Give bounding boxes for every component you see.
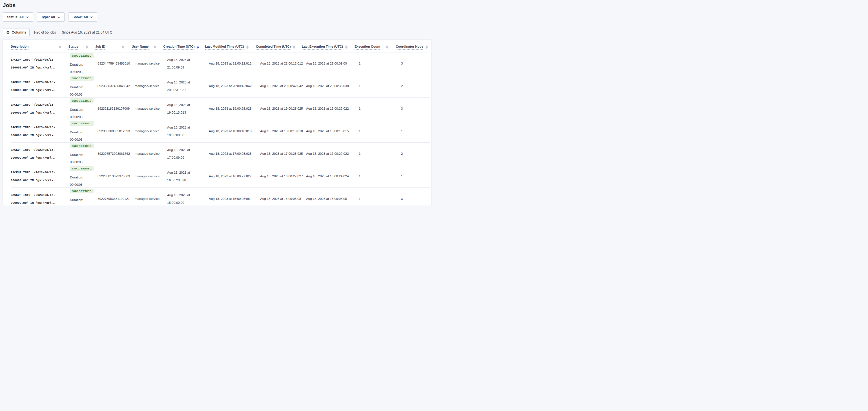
user-name: managed-service bbox=[135, 195, 167, 203]
table-row[interactable]: BACKUP INTO '/2023/08/18-000000.00' IN '… bbox=[11, 143, 430, 165]
column-header-status[interactable]: Status bbox=[68, 45, 96, 50]
user-name: managed-service bbox=[135, 127, 167, 135]
show-filter-dropdown[interactable]: Show: All bbox=[68, 12, 97, 22]
column-header-description[interactable]: Description bbox=[11, 45, 68, 50]
job-id: 892309368985812993 bbox=[97, 127, 135, 135]
column-header-execution-count[interactable]: Execution Count bbox=[354, 45, 396, 50]
job-description[interactable]: BACKUP INTO '/2023/08/18-000000.00' IN '… bbox=[11, 103, 55, 114]
execution-count: 1 bbox=[359, 195, 401, 203]
job-description[interactable]: BACKUP INTO '/2023/08/18-000000.00' IN '… bbox=[11, 171, 55, 182]
table-row[interactable]: BACKUP INTO '/2023/08/18-000000.00' IN '… bbox=[11, 53, 430, 75]
completed-time: Aug 18, 2023 at 18:00:18:018 bbox=[260, 127, 306, 135]
duration-label: Duration: bbox=[70, 151, 90, 158]
sort-icon[interactable] bbox=[244, 46, 249, 49]
column-header-coordinator-node[interactable]: Coordinator Node bbox=[396, 45, 430, 50]
coordinator-node: 3 bbox=[401, 60, 430, 67]
execution-count: 1 bbox=[359, 173, 401, 180]
sort-icon[interactable] bbox=[423, 46, 428, 49]
table-row[interactable]: BACKUP INTO '/2023/08/18-000000.00' IN '… bbox=[11, 120, 430, 143]
column-header-last-execution-time[interactable]: Last Execution Time (UTC) bbox=[302, 45, 354, 50]
sort-icon[interactable] bbox=[152, 46, 156, 49]
last-modified-time: Aug 18, 2023 at 17:00:25:025 bbox=[209, 150, 260, 157]
last-modified-time: Aug 18, 2023 at 18:00:18:018 bbox=[209, 127, 260, 135]
status-badge: SUCCEEDED bbox=[70, 121, 94, 126]
execution-count: 1 bbox=[359, 82, 401, 90]
last-modified-time: Aug 18, 2023 at 19:00:25:025 bbox=[209, 105, 260, 113]
last-execution-time: Aug 18, 2023 at 21:00:09:09 bbox=[306, 60, 359, 67]
column-header-last-modified-time[interactable]: Last Modified Time (UTC) bbox=[205, 45, 256, 50]
last-modified-time: Aug 18, 2023 at 20:00:42:042 bbox=[209, 82, 260, 90]
gear-icon: ⚙ bbox=[6, 30, 10, 34]
status-badge: SUCCEEDED bbox=[70, 98, 94, 103]
table-body: BACKUP INTO '/2023/08/18-000000.00' IN '… bbox=[11, 53, 430, 206]
table-row[interactable]: BACKUP INTO '/2023/08/18-000000.00' IN '… bbox=[11, 165, 430, 188]
user-name: managed-service bbox=[135, 105, 167, 113]
execution-count: 1 bbox=[359, 60, 401, 67]
completed-time: Aug 18, 2023 at 21:00:12:012 bbox=[260, 60, 306, 67]
completed-time: Aug 18, 2023 at 15:00:08:08 bbox=[260, 195, 306, 203]
sort-icon[interactable] bbox=[343, 46, 347, 49]
last-modified-time: Aug 18, 2023 at 15:00:08:08 bbox=[209, 195, 260, 203]
type-filter-label: Type: All bbox=[41, 15, 55, 19]
columns-button[interactable]: ⚙ Columns bbox=[3, 28, 30, 36]
job-description[interactable]: BACKUP INTO '/2023/08/18-000000.00' IN '… bbox=[11, 58, 55, 69]
job-id: 892273953631109121 bbox=[97, 195, 135, 203]
creation-time: Aug 18, 2023 at 18:00:08:08 bbox=[167, 124, 209, 139]
columns-button-label: Columns bbox=[12, 30, 26, 34]
completed-time: Aug 18, 2023 at 17:00:25:025 bbox=[260, 150, 306, 157]
job-description[interactable]: BACKUP INTO '/2023/08/18-000000.00' IN '… bbox=[11, 126, 55, 137]
jobs-table: Description Status Job ID User Name Crea… bbox=[3, 40, 431, 206]
chevron-down-icon bbox=[90, 16, 93, 18]
sort-icon[interactable] bbox=[194, 46, 199, 49]
sort-icon[interactable] bbox=[291, 46, 296, 49]
last-execution-time: Aug 18, 2023 at 20:00:38:038 bbox=[306, 82, 359, 90]
user-name: managed-service bbox=[135, 173, 167, 180]
status-badge: SUCCEEDED bbox=[70, 188, 94, 194]
job-description[interactable]: BACKUP INTO '/2023/08/18-000000.00' IN '… bbox=[11, 81, 55, 92]
status-filter-dropdown[interactable]: Status: All bbox=[3, 12, 33, 22]
job-id: 892285813023375363 bbox=[97, 173, 135, 180]
type-filter-dropdown[interactable]: Type: All bbox=[37, 12, 65, 22]
job-description[interactable]: BACKUP INTO '/2023/08/18-000000.00' IN '… bbox=[11, 194, 55, 205]
creation-time: Aug 18, 2023 at 16:00:20:020 bbox=[167, 169, 209, 184]
filter-bar: Status: All Type: All Show: All bbox=[3, 12, 431, 22]
table-row[interactable]: BACKUP INTO '/2023/08/18-000000.00' IN '… bbox=[11, 188, 430, 206]
creation-time: Aug 18, 2023 at 19:00:13:013 bbox=[167, 101, 209, 116]
sort-icon[interactable] bbox=[84, 46, 88, 49]
last-modified-time: Aug 18, 2023 at 21:00:12:012 bbox=[209, 60, 260, 67]
completed-time: Aug 18, 2023 at 20:00:42:042 bbox=[260, 82, 306, 90]
chevron-down-icon bbox=[58, 16, 60, 18]
column-header-job-id[interactable]: Job ID bbox=[95, 45, 132, 50]
sort-icon[interactable] bbox=[384, 46, 389, 49]
duration-label: Duration: bbox=[70, 61, 90, 68]
execution-count: 1 bbox=[359, 105, 401, 113]
duration-label: Duration: bbox=[70, 83, 90, 91]
table-toolbar: ⚙ Columns 1-20 of 55 jobs | Since Aug 16… bbox=[3, 28, 431, 36]
job-description[interactable]: BACKUP INTO '/2023/08/18-000000.00' IN '… bbox=[11, 148, 55, 159]
column-header-completed-time[interactable]: Completed Time (UTC) bbox=[256, 45, 302, 50]
table-row[interactable]: BACKUP INTO '/2023/08/18-000000.00' IN '… bbox=[11, 75, 430, 97]
coordinator-node: 2 bbox=[401, 82, 430, 90]
sort-icon[interactable] bbox=[120, 46, 124, 49]
column-header-creation-time[interactable]: Creation Time (UTC) bbox=[163, 45, 205, 50]
coordinator-node: 1 bbox=[401, 127, 430, 135]
user-name: managed-service bbox=[135, 82, 167, 90]
job-id: 892344759453483010 bbox=[97, 60, 135, 67]
table-row[interactable]: BACKUP INTO '/2023/08/18-000000.00' IN '… bbox=[11, 97, 430, 120]
job-id: 892333037460848642 bbox=[97, 82, 135, 90]
job-id: 892297573923061762 bbox=[97, 150, 135, 157]
status-filter-label: Status: All bbox=[7, 15, 24, 19]
coordinator-node: 1 bbox=[401, 173, 430, 180]
creation-time: Aug 18, 2023 at 17:00:09:09 bbox=[167, 146, 209, 162]
coordinator-node: 3 bbox=[401, 195, 430, 203]
toolbar-separator: | bbox=[58, 30, 59, 34]
coordinator-node: 2 bbox=[401, 150, 430, 157]
chevron-down-icon bbox=[26, 16, 29, 18]
duration-label: Duration: bbox=[70, 128, 90, 136]
last-modified-time: Aug 18, 2023 at 16:00:27:027 bbox=[209, 173, 260, 180]
sort-icon[interactable] bbox=[57, 46, 61, 49]
duration-label: Duration: bbox=[70, 106, 90, 113]
status-badge: SUCCEEDED bbox=[70, 76, 94, 81]
column-header-user-name[interactable]: User Name bbox=[132, 45, 163, 50]
jobs-count: 1-20 of 55 jobs bbox=[34, 30, 56, 34]
